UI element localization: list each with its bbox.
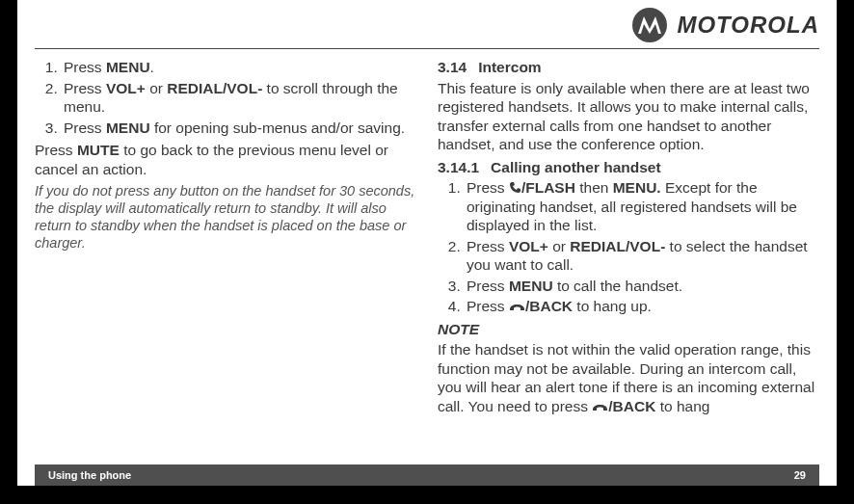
list-item: Press /BACK to hang up. (465, 297, 819, 316)
list-item: Press MENU to call the handset. (465, 277, 819, 296)
text: or (146, 80, 167, 96)
text: Press (467, 179, 509, 196)
text-bold: REDIAL/VOL- (167, 80, 262, 96)
brand-header: MOTOROLA (632, 8, 819, 42)
phone-icon (509, 181, 521, 194)
right-steps-list: Press /FLASH then MENU. Except for the o… (438, 178, 819, 316)
text-bold: MENU (106, 119, 150, 136)
text-bold: REDIAL/VOL- (570, 238, 665, 254)
section-heading: 3.14Intercom (438, 58, 819, 77)
text: to call the handset. (553, 278, 682, 294)
motorola-logo-icon (632, 8, 667, 42)
left-column: Press MENU. Press VOL+ or REDIAL/VOL- to… (35, 58, 416, 457)
header-divider (35, 48, 819, 49)
list-item: Press VOL+ or REDIAL/VOL- to scroll thro… (62, 79, 416, 117)
text-bold: MENU. (613, 179, 661, 196)
text: or (548, 238, 570, 254)
text: to hang (655, 398, 709, 414)
brand-wordmark: MOTOROLA (677, 12, 819, 39)
text-bold: MENU (509, 278, 553, 294)
subsection-title: Calling another handset (491, 159, 661, 175)
text-bold: VOL+ (106, 80, 146, 96)
text-bold: MUTE (77, 142, 120, 158)
text-bold: /BACK (592, 398, 655, 414)
subsection-heading: 3.14.1Calling another handset (438, 158, 819, 177)
section-number: 3.14 (438, 58, 467, 77)
page-footer: Using the phone 29 (35, 464, 819, 486)
text: Press (467, 278, 509, 294)
text-bold: /BACK (509, 298, 573, 314)
list-item: Press MENU. (62, 58, 416, 77)
list-item: Press MENU for opening sub-menus and/or … (62, 119, 416, 138)
text: /FLASH (521, 179, 575, 196)
left-steps-list: Press MENU. Press VOL+ or REDIAL/VOL- to… (35, 58, 416, 137)
section-title: Intercom (478, 59, 541, 75)
right-column: 3.14Intercom This feature is only availa… (438, 58, 819, 457)
text: Press (467, 238, 509, 254)
text: for opening sub-menus and/or saving. (150, 119, 406, 136)
motorola-m-icon (637, 15, 662, 35)
manual-page: MOTOROLA Press MENU. Press VOL+ or REDIA… (17, 0, 837, 486)
hangup-icon (592, 403, 608, 412)
text: Press (64, 119, 106, 136)
text: to hang up. (573, 298, 652, 314)
text: . (150, 59, 154, 75)
list-item: Press VOL+ or REDIAL/VOL- to select the … (465, 237, 819, 275)
content-columns: Press MENU. Press VOL+ or REDIAL/VOL- to… (35, 58, 819, 457)
text: Press (35, 142, 77, 158)
text: Press (64, 80, 106, 96)
subsection-number: 3.14.1 (438, 158, 479, 177)
text-bold: VOL+ (509, 238, 548, 254)
intro-paragraph: This feature is only available when ther… (438, 79, 819, 154)
standby-note: If you do not press any button on the ha… (35, 182, 416, 252)
text: Press (64, 59, 106, 75)
note-heading: NOTE (438, 320, 819, 339)
hangup-icon (509, 303, 525, 312)
note-paragraph: If the handset is not within the valid o… (438, 340, 819, 415)
text: /BACK (608, 398, 655, 414)
text: Press (467, 298, 509, 314)
text-bold: MENU (106, 59, 150, 75)
text-bold: /FLASH (509, 179, 575, 196)
list-item: Press /FLASH then MENU. Except for the o… (465, 178, 819, 235)
page-number: 29 (794, 469, 806, 481)
text: /BACK (525, 298, 573, 314)
footer-title: Using the phone (48, 469, 131, 481)
text: then (575, 179, 613, 196)
mute-paragraph: Press MUTE to go back to the previous me… (35, 141, 416, 178)
